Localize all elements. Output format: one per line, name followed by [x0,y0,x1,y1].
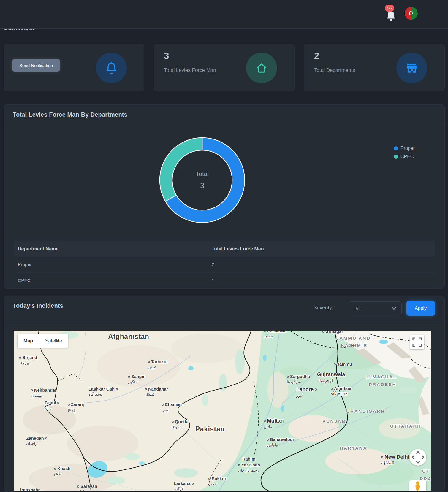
map-label: Zaranjزرنج [68,402,84,412]
map-label-native-text: بہاولپور [267,442,294,447]
city-marker-dot [148,361,150,363]
legend-label: CPEC [400,154,414,159]
dashboard-page: Dashboards 55 ☪ Send Notification [0,0,448,492]
send-notification-button[interactable]: Send Notification [12,59,60,72]
city-marker-dot [162,404,164,406]
map-type-map-button[interactable]: Map [18,334,39,348]
city-marker-dot [331,388,333,390]
map-label-text: PRADESH [369,382,396,387]
total-departments-card: 2 Total Departments [304,44,445,91]
legend-dot [394,146,398,150]
incidents-map[interactable]: PeshawarپشاورSrinagarJAMMU ANDKASHMIRAfg… [14,331,431,492]
city-marker-dot [145,388,147,390]
map-label: Multanملتان [264,418,284,429]
map-label-native-text: بيرجند [19,361,37,365]
city-marker-dot [68,404,70,406]
city-marker-dot [19,357,21,359]
map-label: Afghanistan [108,332,149,341]
map-label: Larkanaلاڑکانہ [174,481,194,491]
map-label-text: Sukkur [212,476,226,481]
map-label: Rahim [242,456,255,462]
map-label: Amritsarਅੰਮ੍ਰਿਤਸਰ [331,386,352,396]
profile-avatar[interactable]: ☪ [404,7,418,20]
city-marker-dot [77,485,79,488]
map-label-text: Peshawar [267,331,287,334]
table-cell: 1 [208,272,435,288]
map-label: Zabolزابل [45,400,59,410]
map-label: Lahoreلاہور [296,386,317,398]
map-label-text: Nehbandan [34,388,58,393]
map-label: Birjandبيرجند [19,355,37,365]
chart-legend: ProperCPEC [394,146,415,159]
map-type-satellite-button[interactable]: Satellite [39,334,68,348]
map-label-text: New Delhi [384,454,409,461]
map-label-text: Lashkar Gah [88,386,115,392]
map-label-native-text: زابل [45,406,59,410]
city-marker-dot [287,376,289,378]
notifications-button[interactable]: 55 [384,7,398,23]
table-cell: Proper [14,257,208,272]
severity-dropdown[interactable]: All [349,301,402,315]
map-label: Quettaکوئٹہ [172,419,189,429]
map-label-native-text: تيرين [148,365,168,369]
fullscreen-icon [412,337,422,347]
donut-chart: Total 3 [158,136,247,225]
map-label-native-text: لاہور [296,393,317,398]
map-label-text: Srinagar [326,331,343,334]
map-label-native-text: ਅੰਮ੍ਰਿਤਸਰ [331,391,352,396]
map-label-text: Amritsar [334,386,352,391]
map-label-text: Sargodha [290,374,310,379]
fullscreen-button[interactable] [410,335,424,349]
map-label-text: Quetta [175,419,189,424]
map-label: Lashkar Gahلشکرگاه [88,386,118,397]
map-label: Kandaharکندهار [145,386,168,397]
levies-by-department-panel: Total Levies Force Man By Departments To… [4,104,445,289]
avatar-emblem: ☪ [409,10,414,17]
table-column-header: Total Levies Force Man [208,241,435,257]
bell-icon [385,10,397,23]
map-label: Zahedanزاهدان [26,436,47,446]
city-marker-dot [381,456,383,458]
map-label: Nehbandanنهبندان [31,388,58,398]
total-departments-value: 2 [314,51,319,61]
map-label-native-text: چمن [162,407,182,412]
map-attribution-bar [14,491,431,492]
todays-incidents-panel: Today's Incidents Severity: All Apply [4,296,445,492]
map-label-text: Zaranj [71,402,84,407]
map-label-text: Yar Khan [241,462,260,468]
total-departments-label: Total Departments [314,67,355,73]
table-row[interactable]: CPEC1 [14,272,435,288]
pegman-control[interactable] [409,480,426,492]
table-body: Proper2CPEC1 [14,257,435,288]
map-label-native-text: پشاور [264,334,287,339]
map-label-text: Bahawalpur [270,437,294,442]
apply-button[interactable]: Apply [406,301,435,316]
legend-item-proper[interactable]: Proper [394,146,415,151]
city-marker-dot [322,331,324,333]
map-label-text: Khash [57,466,70,471]
map-label: HIMACHAL [366,374,397,380]
map-label: Sargodhaسرگودها [287,374,310,384]
map-label: New Delhiनई दिल्ली [381,454,409,466]
city-marker-dot [45,437,47,439]
table-header: Department NameTotal Levies Force Man [14,241,435,257]
store-icon-circle [396,53,427,83]
legend-item-cpec[interactable]: CPEC [394,154,415,159]
severity-selected-value: All [355,306,360,311]
pan-arrows-icon [410,449,426,466]
donut-total-label: Total [196,170,209,177]
donut-center-label: Total 3 [158,136,247,225]
map-label-native-text: گوجرانوالہ [317,378,345,383]
map-label-text: Gujranwala [317,372,345,378]
map-label: UT [422,468,430,474]
pan-control[interactable] [410,449,426,466]
map-label-text: Larkana [174,481,191,486]
map-label: Tarinkotتيرين [148,359,168,369]
total-levies-card: 3 Total Levies Force Man [154,44,295,91]
city-marker-dot [116,388,118,390]
map-label: CHANDIGARH [346,408,385,414]
map-label-native-text: خاش [54,472,70,476]
city-marker-dot [192,483,194,485]
home-icon [255,62,268,74]
table-row[interactable]: Proper2 [14,257,435,272]
